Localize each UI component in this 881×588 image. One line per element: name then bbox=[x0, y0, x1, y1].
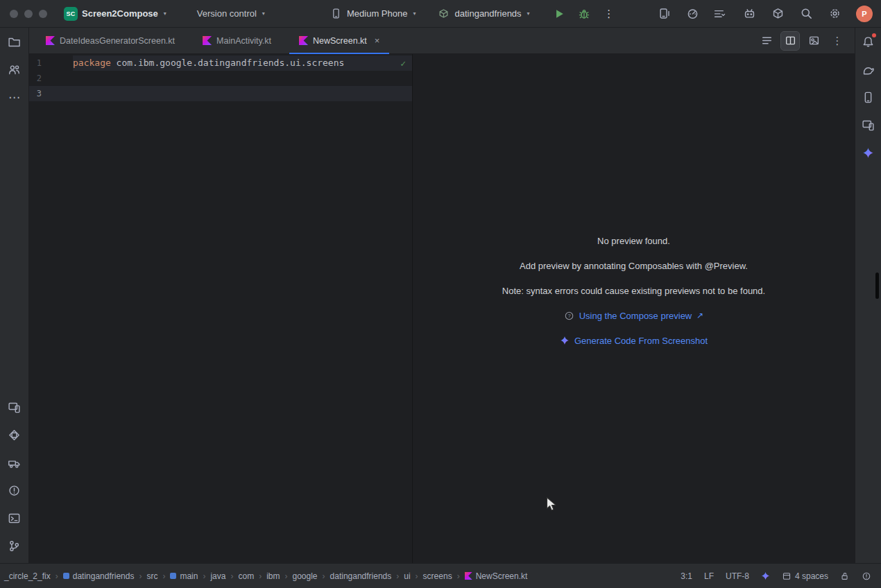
notifications-bell-icon[interactable] bbox=[859, 33, 878, 51]
version-control-branch-icon[interactable] bbox=[6, 537, 24, 555]
breadcrumb-label: java bbox=[210, 571, 225, 581]
run-button[interactable] bbox=[551, 6, 567, 22]
breadcrumb-label: ibm bbox=[266, 571, 280, 581]
split-view-icon[interactable] bbox=[781, 32, 799, 50]
running-devices-icon[interactable] bbox=[6, 398, 24, 416]
breadcrumb-item-file[interactable]: NewScreen.kt bbox=[465, 571, 528, 581]
code-view-icon[interactable] bbox=[758, 32, 776, 50]
keyword-token: package bbox=[73, 58, 111, 68]
run-configuration-label: datingandfriends bbox=[454, 8, 521, 19]
preview-message-hint: Add preview by annotating Composables wi… bbox=[520, 261, 748, 271]
breadcrumb-item[interactable]: com bbox=[238, 571, 254, 581]
studio-bot-icon[interactable] bbox=[742, 7, 756, 21]
notification-dot bbox=[872, 33, 876, 37]
problems-icon[interactable] bbox=[6, 481, 24, 499]
editor-column: DateIdeasGeneratorScreen.kt MainActivity… bbox=[29, 28, 855, 563]
code-line-current[interactable]: 3 bbox=[29, 86, 412, 101]
breadcrumb-separator: › bbox=[230, 571, 233, 581]
sdk-manager-icon[interactable] bbox=[771, 7, 785, 21]
code-line[interactable]: 2 bbox=[29, 71, 412, 86]
breadcrumb-item[interactable]: screens bbox=[423, 571, 452, 581]
run-actions: ⋮ bbox=[551, 6, 617, 22]
breadcrumb-item[interactable]: src bbox=[146, 571, 157, 581]
breadcrumb-item[interactable]: main bbox=[170, 571, 198, 581]
terminal-icon[interactable] bbox=[6, 509, 24, 527]
line-number: 1 bbox=[29, 55, 42, 71]
vcs-widget[interactable]: Version control ▾ bbox=[197, 8, 265, 19]
breadcrumb-item[interactable]: ibm bbox=[266, 571, 280, 581]
project-name: Screen2Compose bbox=[82, 8, 158, 19]
code-text: package com.ibm.google.datingandfriends.… bbox=[73, 55, 344, 71]
breadcrumb-item[interactable]: google bbox=[292, 571, 317, 581]
minimize-window-button[interactable] bbox=[24, 10, 33, 18]
package-token: com.ibm.google.datingandfriends.ui.scree… bbox=[111, 58, 345, 68]
line-separator-widget[interactable]: LF bbox=[704, 571, 714, 581]
indent-widget[interactable]: 4 spaces bbox=[782, 571, 828, 581]
encoding-widget[interactable]: UTF-8 bbox=[726, 571, 749, 581]
breadcrumb-separator: › bbox=[416, 571, 418, 581]
breadcrumb-label: screens bbox=[423, 571, 452, 581]
file-lock-icon[interactable] bbox=[840, 571, 850, 581]
chevron-down-icon: ▾ bbox=[164, 10, 166, 17]
more-tool-windows-icon[interactable]: ⋯ bbox=[6, 88, 24, 106]
left-tool-stripe: ⋯ bbox=[0, 28, 29, 563]
scrollbar-thumb[interactable] bbox=[875, 273, 879, 299]
device-manager-icon[interactable] bbox=[859, 88, 878, 106]
settings-gear-icon[interactable] bbox=[828, 7, 841, 21]
build-icon[interactable] bbox=[6, 453, 24, 472]
editor-options-icon[interactable]: ⋮ bbox=[828, 32, 846, 50]
app-module-icon bbox=[436, 7, 450, 21]
breadcrumb-separator: › bbox=[139, 571, 142, 581]
logcat-icon[interactable] bbox=[714, 7, 728, 21]
kotlin-file-icon bbox=[465, 572, 472, 580]
chevron-down-icon: ▾ bbox=[262, 10, 265, 17]
project-badge: SC bbox=[64, 7, 78, 21]
close-tab-icon[interactable]: × bbox=[375, 35, 380, 46]
tab-label: MainActivity.kt bbox=[216, 36, 271, 46]
line-number: 3 bbox=[29, 86, 42, 101]
breadcrumb-label: _circle_2_fix bbox=[4, 571, 51, 581]
kotlin-file-icon bbox=[299, 36, 308, 45]
breadcrumb-item[interactable]: datingandfriends bbox=[63, 571, 135, 581]
gemini-icon[interactable] bbox=[859, 144, 878, 162]
external-link-icon: ↗ bbox=[696, 311, 703, 320]
breadcrumb-label: datingandfriends bbox=[73, 571, 135, 581]
code-line[interactable]: 1 package com.ibm.google.datingandfriend… bbox=[29, 55, 412, 71]
breadcrumb-item[interactable]: datingandfriends bbox=[330, 571, 392, 581]
inspection-ok-icon[interactable]: ✓ bbox=[400, 58, 406, 69]
status-alert-icon[interactable] bbox=[862, 571, 871, 581]
commit-users-icon[interactable] bbox=[6, 60, 24, 78]
breadcrumb-separator: › bbox=[162, 571, 165, 581]
design-view-icon[interactable] bbox=[805, 32, 823, 50]
breadcrumb-item[interactable]: ui bbox=[404, 571, 410, 581]
code-editor-pane[interactable]: 1 package com.ibm.google.datingandfriend… bbox=[29, 54, 413, 563]
close-window-button[interactable] bbox=[10, 10, 18, 18]
project-folder-icon[interactable] bbox=[6, 33, 24, 51]
compose-preview-docs-link[interactable]: Using the Compose preview bbox=[579, 311, 692, 321]
tab-dateideasgeneratorscreen[interactable]: DateIdeasGeneratorScreen.kt bbox=[36, 28, 185, 53]
svg-text:?: ? bbox=[567, 313, 570, 319]
search-icon[interactable] bbox=[799, 7, 813, 21]
breadcrumb-item[interactable]: _circle_2_fix bbox=[4, 571, 51, 581]
breadcrumb-item[interactable]: java bbox=[210, 571, 225, 581]
user-avatar[interactable]: P bbox=[856, 6, 873, 22]
tab-newscreen[interactable]: NewScreen.kt × bbox=[289, 28, 389, 53]
project-widget[interactable]: SC Screen2Compose ▾ bbox=[64, 7, 166, 21]
preview-message-title: No preview found. bbox=[597, 236, 670, 246]
caret-position-widget[interactable]: 3:1 bbox=[681, 571, 692, 581]
run-configuration-selector[interactable]: datingandfriends ▾ bbox=[436, 7, 529, 21]
debug-button[interactable] bbox=[576, 6, 592, 22]
device-selector[interactable]: Medium Phone ▾ bbox=[329, 7, 416, 21]
zoom-window-button[interactable] bbox=[39, 10, 47, 18]
generate-code-from-screenshot-link[interactable]: Generate Code From Screenshot bbox=[574, 336, 708, 346]
device-mirroring-icon[interactable] bbox=[657, 7, 671, 21]
gradle-icon[interactable] bbox=[859, 60, 878, 78]
android-studio-window: SC Screen2Compose ▾ Version control ▾ Me… bbox=[0, 0, 881, 588]
tab-mainactivity[interactable]: MainActivity.kt bbox=[193, 28, 281, 53]
resource-manager-icon[interactable] bbox=[6, 426, 24, 444]
running-devices-mirror-icon[interactable] bbox=[859, 116, 878, 134]
status-widgets: 3:1 LF UTF-8 4 spaces bbox=[681, 571, 871, 581]
profiler-icon[interactable] bbox=[685, 7, 699, 21]
gemini-status-icon[interactable] bbox=[761, 571, 770, 580]
more-run-options-button[interactable]: ⋮ bbox=[601, 6, 617, 22]
